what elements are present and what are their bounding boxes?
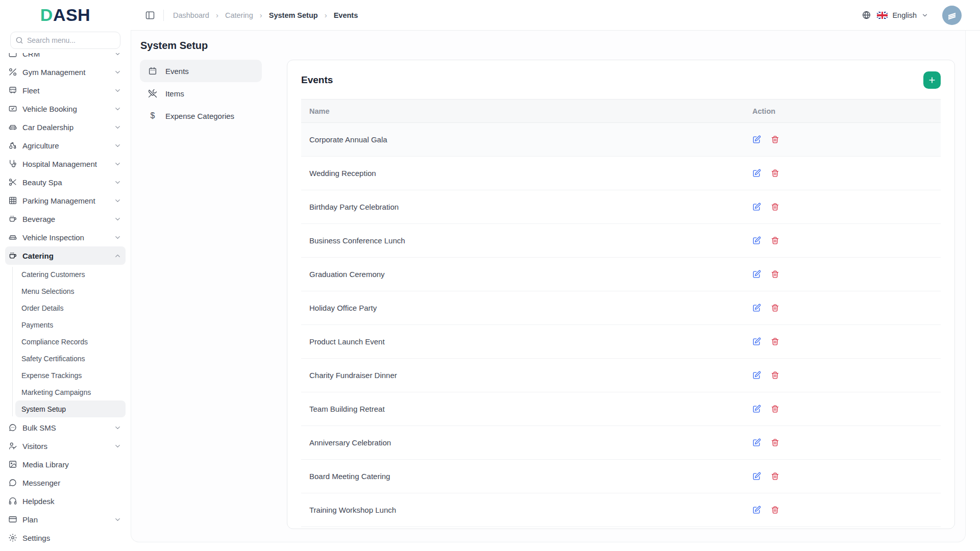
delete-button[interactable] [771,270,779,279]
edit-icon [752,506,761,514]
delete-button[interactable] [771,135,779,144]
sidebar-item-crm[interactable]: CRM [5,53,126,63]
sidebar-item-car-dealership[interactable]: Car Dealership [5,118,126,136]
language-selector[interactable]: English [877,11,928,19]
submenu-item-compliance-records[interactable]: Compliance Records [15,333,126,350]
delete-button[interactable] [771,405,779,413]
sidebar-item-hospital-management[interactable]: Hospital Management [5,155,126,173]
setup-tab-label: Expense Categories [165,112,234,120]
add-event-button[interactable] [923,71,941,89]
sidebar-item-beauty-spa[interactable]: Beauty Spa [5,173,126,191]
delete-button[interactable] [771,371,779,380]
sidebar-item-settings[interactable]: Settings [5,529,126,547]
chevron-down-icon [114,123,121,131]
sidebar-item-plan[interactable]: Plan [5,510,126,529]
event-name: Board Meeting Catering [301,472,744,481]
edit-button[interactable] [752,405,761,413]
sidebar-item-parking-management[interactable]: Parking Management [5,191,126,210]
sidebar-item-gym-management[interactable]: Gym Management [5,63,126,81]
event-name: Training Workshop Lunch [301,506,744,514]
delete-button[interactable] [771,506,779,514]
sidebar-item-label: Visitors [22,442,109,450]
submenu-item-catering-customers[interactable]: Catering Customers [15,266,126,283]
delete-button[interactable] [771,472,779,481]
sidebar-item-media-library[interactable]: Media Library [5,455,126,473]
edit-button[interactable] [752,472,761,481]
sidebar-item-messenger[interactable]: Messenger [5,473,126,492]
language-label: English [892,11,917,19]
event-name: Anniversary Celebration [301,438,744,447]
sidebar-item-label: Messenger [22,479,121,487]
sidebar-toggle-button[interactable] [144,9,156,21]
main-area: Dashboard › Catering › System Setup › Ev… [131,0,980,551]
delete-button[interactable] [771,203,779,211]
ticket-check-icon [8,104,17,113]
sidebar-item-catering[interactable]: Catering [5,246,126,265]
breadcrumb-catering[interactable]: Catering [225,11,253,19]
delete-button[interactable] [771,337,779,346]
edit-button[interactable] [752,304,761,312]
setup-tab-events[interactable]: Events [140,60,262,82]
delete-button[interactable] [771,169,779,178]
edit-icon [752,203,761,211]
submenu-item-marketing-campaigns[interactable]: Marketing Campaigns [15,384,126,400]
sidebar-item-bulk-sms[interactable]: Bulk SMS [5,418,126,437]
edit-button[interactable] [752,169,761,178]
edit-button[interactable] [752,337,761,346]
trash-icon [771,405,779,413]
chevron-down-icon [114,68,121,76]
sidebar-item-agriculture[interactable]: Agriculture [5,136,126,155]
submenu-item-safety-certifications[interactable]: Safety Certifications [15,350,126,367]
submenu-item-expense-trackings[interactable]: Expense Trackings [15,367,126,384]
edit-icon [752,472,761,481]
edit-button[interactable] [752,438,761,447]
chevron-down-icon [114,234,121,241]
delete-button[interactable] [771,438,779,447]
sidebar: DASH CRM Gym Management Fleet [0,0,131,551]
sidebar-item-label: Media Library [22,460,121,469]
delete-button[interactable] [771,236,779,245]
edit-icon [752,438,761,447]
header-divider [163,10,164,21]
column-header-action: Action [744,99,941,122]
dumbbell-icon [8,67,17,77]
submenu-item-payments[interactable]: Payments [15,316,126,333]
breadcrumb-system-setup[interactable]: System Setup [269,11,318,19]
sidebar-item-beverage[interactable]: Beverage [5,210,126,228]
delete-button[interactable] [771,304,779,312]
setup-tab-label: Events [165,67,189,76]
table-row: Birthday Party Celebration [301,190,941,224]
sidebar-item-vehicle-booking[interactable]: Vehicle Booking [5,99,126,118]
edit-button[interactable] [752,506,761,514]
breadcrumb-dashboard[interactable]: Dashboard [173,11,209,19]
user-avatar[interactable] [942,6,962,25]
sidebar-item-vehicle-inspection[interactable]: Vehicle Inspection [5,228,126,246]
edit-button[interactable] [752,135,761,144]
coffee-cup-icon [8,214,17,223]
sidebar-item-label: Vehicle Booking [22,105,109,113]
setup-tab-items[interactable]: Items [140,82,262,105]
sidebar-item-label: Settings [22,534,121,542]
events-card-header: Events [287,60,954,99]
sidebar-item-helpdesk[interactable]: Helpdesk [5,492,126,510]
content-panel: System Setup Events Items $ Expense Cate… [131,31,966,542]
setup-tab-expense-categories[interactable]: $ Expense Categories [140,105,262,127]
chevron-down-icon [114,105,121,113]
edit-button[interactable] [752,203,761,211]
search-input[interactable] [10,32,120,49]
edit-icon [752,270,761,279]
submenu-item-menu-selections[interactable]: Menu Selections [15,283,126,299]
submenu-item-order-details[interactable]: Order Details [15,299,126,316]
speech-bubble-icon [8,478,17,487]
trash-icon [771,169,779,178]
edit-button[interactable] [752,270,761,279]
car-icon [8,122,17,132]
sidebar-item-fleet[interactable]: Fleet [5,81,126,99]
scissors-icon [8,178,17,187]
trash-icon [771,270,779,279]
panel-left-icon [145,10,155,20]
sidebar-item-visitors[interactable]: Visitors [5,437,126,455]
edit-button[interactable] [752,371,761,380]
submenu-item-system-setup[interactable]: System Setup [15,400,126,417]
edit-button[interactable] [752,236,761,245]
